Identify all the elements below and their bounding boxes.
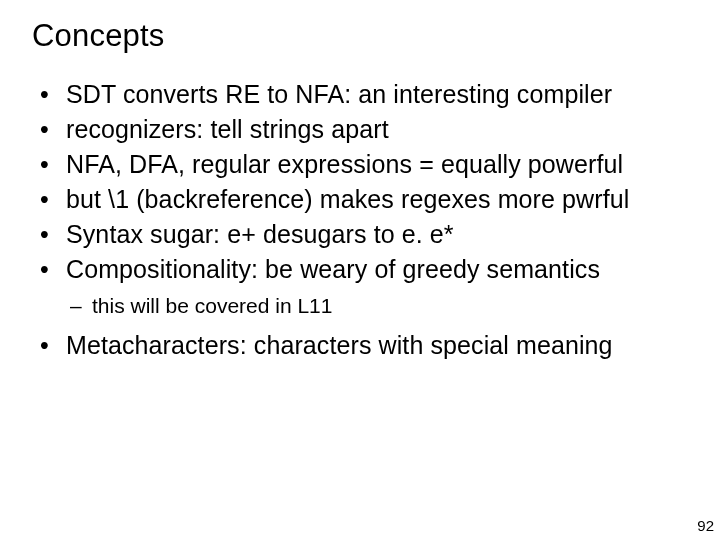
sub-bullet-item: this will be covered in L11: [70, 292, 688, 319]
bullet-item: Syntax sugar: e+ desugars to e. e*: [38, 218, 688, 251]
bullet-item: Compositionality: be weary of greedy sem…: [38, 253, 688, 286]
slide-title: Concepts: [32, 18, 688, 54]
bullet-item: but \1 (backreference) makes regexes mor…: [38, 183, 688, 216]
bullet-list: SDT converts RE to NFA: an interesting c…: [38, 78, 688, 286]
page-number: 92: [697, 517, 714, 534]
bullet-list-2: Metacharacters: characters with special …: [38, 329, 688, 362]
bullet-item: NFA, DFA, regular expressions = equally …: [38, 148, 688, 181]
slide: Concepts SDT converts RE to NFA: an inte…: [0, 0, 720, 540]
sub-bullet-list: this will be covered in L11: [70, 292, 688, 319]
bullet-item: recognizers: tell strings apart: [38, 113, 688, 146]
bullet-item: Metacharacters: characters with special …: [38, 329, 688, 362]
bullet-item: SDT converts RE to NFA: an interesting c…: [38, 78, 688, 111]
